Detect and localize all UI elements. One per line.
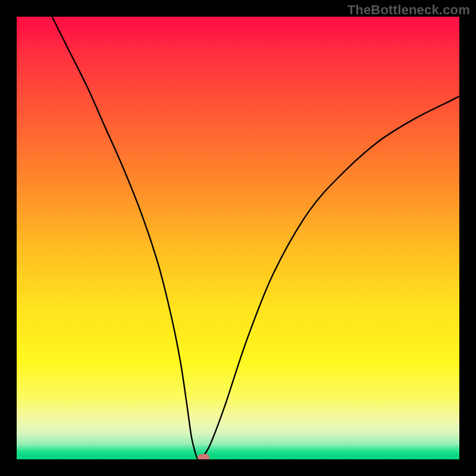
chart-frame: TheBottleneck.com xyxy=(0,0,476,476)
minimum-marker xyxy=(198,454,209,459)
curve-svg xyxy=(17,17,459,459)
plot-area xyxy=(17,17,459,459)
bottleneck-curve xyxy=(52,17,459,459)
watermark-text: TheBottleneck.com xyxy=(347,2,470,18)
